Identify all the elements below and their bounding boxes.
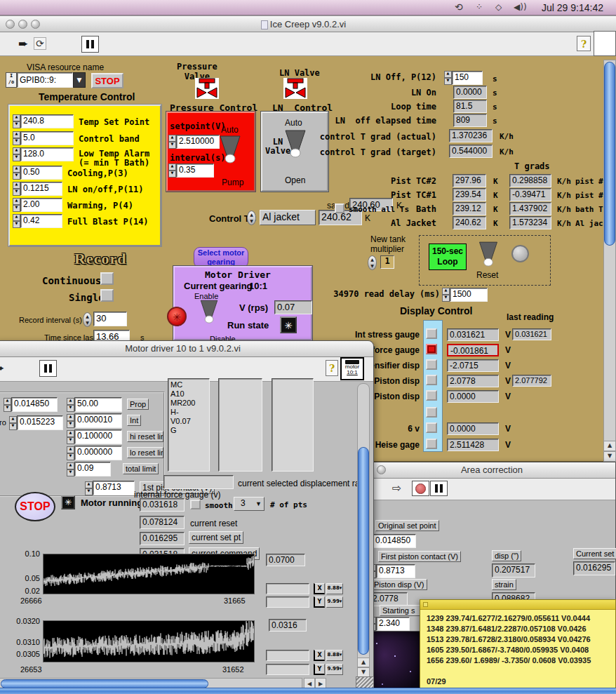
chart1-y-cursor-field[interactable] bbox=[266, 596, 309, 608]
chart2-xscale-button[interactable]: X bbox=[314, 650, 325, 661]
starting-input[interactable]: 2.340 bbox=[376, 617, 410, 631]
int-input[interactable]: 0.000010 bbox=[74, 413, 122, 428]
chart2-x-cursor-field[interactable] bbox=[266, 650, 309, 661]
setpoint-a-input[interactable]: 0.014850 bbox=[11, 397, 58, 412]
note-title-bar[interactable] bbox=[420, 600, 615, 610]
motor-scroll-up-icon[interactable]: ▲ bbox=[357, 658, 370, 667]
chart1-yfmt-button[interactable]: 9.99▾ bbox=[326, 596, 343, 608]
area-pause-button[interactable] bbox=[430, 481, 448, 496]
piston-disp2-toggle[interactable] bbox=[426, 390, 437, 401]
ice-zoom-button[interactable] bbox=[31, 20, 40, 29]
lo-reset-spinner[interactable]: ▲▼ bbox=[67, 446, 74, 460]
interval-input[interactable]: 0.35 bbox=[176, 164, 214, 178]
volume-icon[interactable]: ◀)) bbox=[514, 2, 527, 12]
full-blast-spinner[interactable]: ▲▼ bbox=[13, 214, 20, 228]
run-continuous-icon[interactable]: ⟳ bbox=[34, 37, 46, 50]
first-contact-input[interactable]: 0.8713 bbox=[376, 564, 415, 578]
menu-clock[interactable]: Jul 29 9:14:42 bbox=[542, 2, 603, 13]
tank-spinner[interactable]: ▲▼ bbox=[368, 255, 377, 270]
reset-knob[interactable] bbox=[476, 241, 500, 269]
ice-close-button[interactable] bbox=[6, 20, 15, 29]
control-tc-spinner[interactable]: ▲▼ bbox=[247, 211, 256, 225]
setpoint-b-input[interactable]: 0.015223 bbox=[17, 415, 63, 430]
chart1-x-cursor-field[interactable] bbox=[266, 583, 309, 594]
chart2-xfmt-button[interactable]: 8.88▾ bbox=[326, 650, 343, 661]
motor-enable-knob[interactable] bbox=[198, 299, 220, 326]
chart2-yfmt-button[interactable]: 9.99▾ bbox=[326, 664, 343, 675]
cooling-input[interactable]: 0.50 bbox=[20, 166, 62, 180]
single-button[interactable] bbox=[100, 289, 114, 302]
spare-toggle[interactable] bbox=[426, 407, 437, 418]
motor-stop-button[interactable]: STOP bbox=[15, 492, 55, 521]
ln-off-input[interactable]: 150 bbox=[452, 71, 483, 85]
visa-dropdown-icon[interactable]: ▼ bbox=[73, 72, 86, 88]
switch-icon[interactable]: ⁘ bbox=[476, 2, 483, 12]
control-tc-channel[interactable]: Al jacket bbox=[260, 210, 316, 225]
int-stress-toggle[interactable] bbox=[426, 328, 437, 339]
note-close-icon[interactable] bbox=[423, 602, 428, 607]
continuous-button[interactable] bbox=[100, 272, 114, 285]
setpoint-input[interactable]: 2.510000 bbox=[176, 135, 220, 149]
run-icon[interactable]: ➨ bbox=[18, 36, 28, 51]
record-interval-spinner[interactable]: ▲▼ bbox=[83, 312, 92, 327]
ice-minimize-button[interactable] bbox=[18, 20, 27, 29]
cooling-spinner[interactable]: ▲▼ bbox=[13, 166, 20, 180]
setpoint-spinner[interactable]: ▲▼ bbox=[168, 135, 176, 149]
loop-150s-button[interactable]: 150-sec Loop bbox=[429, 243, 467, 270]
warming-input[interactable]: 2.00 bbox=[20, 198, 62, 212]
motor-pause-button[interactable] bbox=[39, 360, 57, 377]
total-limit-input[interactable]: 0.09 bbox=[74, 462, 111, 476]
timemachine-icon[interactable]: ⟲ bbox=[455, 1, 463, 13]
read-delay-input[interactable]: 1500 bbox=[450, 288, 488, 302]
chart2-plot[interactable] bbox=[43, 620, 255, 662]
ln-onoff-spinner[interactable]: ▲▼ bbox=[13, 182, 20, 196]
read-delay-spinner[interactable]: ▲▼ bbox=[442, 288, 450, 302]
warming-spinner[interactable]: ▲▼ bbox=[13, 198, 20, 212]
area-close-button[interactable] bbox=[377, 465, 386, 474]
total-limit-spinner[interactable]: ▲▼ bbox=[67, 462, 74, 476]
setpoint-b-spinner[interactable]: ▲▼ bbox=[9, 416, 17, 430]
ice-title-bar[interactable]: Ice Creep v9.0.2.vi bbox=[0, 15, 616, 32]
stop-button[interactable]: STOP bbox=[91, 73, 123, 88]
low-temp-alarm-input[interactable]: 128.0 bbox=[20, 147, 74, 161]
chart2-y-cursor-field[interactable] bbox=[266, 664, 309, 675]
sixv-toggle[interactable] bbox=[426, 422, 437, 433]
pist-contact-input[interactable]: 0.8713 bbox=[93, 481, 135, 495]
intensifier-toggle[interactable] bbox=[426, 359, 437, 370]
command-listbox[interactable]: MC A10 MR200 H- V0.07 G bbox=[168, 378, 210, 472]
setpoint-a-spinner[interactable]: ▲▼ bbox=[4, 398, 11, 412]
ice-help-button[interactable]: ? bbox=[577, 36, 591, 51]
record-interval-input[interactable]: 30 bbox=[93, 312, 127, 326]
smooth-toggle[interactable] bbox=[190, 500, 201, 509]
int-force-toggle[interactable] bbox=[426, 344, 437, 354]
area-abort-button[interactable] bbox=[412, 481, 429, 496]
original-setpoint-input[interactable]: 0.014850 bbox=[373, 534, 416, 548]
motor-scroll-down-icon[interactable]: ▼ bbox=[357, 667, 370, 677]
area-run-icon[interactable]: ⇨ bbox=[392, 481, 401, 495]
motor-vscroll-thumb[interactable] bbox=[358, 447, 369, 655]
ln-onoff-input[interactable]: 0.1215 bbox=[20, 182, 62, 196]
tank-value[interactable]: 1 bbox=[380, 255, 394, 269]
motor-stop-led[interactable]: ✳ bbox=[167, 307, 187, 326]
chart1-xfmt-button[interactable]: 8.88▾ bbox=[326, 583, 343, 594]
motor-title-bar[interactable]: Motor driver 10 to 1 v9.0.2.vi bbox=[0, 341, 373, 357]
pist-contact-spinner[interactable]: ▲▼ bbox=[85, 481, 93, 495]
chart1-xscale-button[interactable]: X bbox=[314, 583, 325, 594]
ln-off-spinner[interactable]: ▲▼ bbox=[444, 71, 452, 85]
disp-rate-field[interactable] bbox=[163, 475, 234, 489]
hi-reset-input[interactable]: 0.100000 bbox=[74, 429, 122, 444]
prop-spinner[interactable]: ▲▼ bbox=[67, 398, 74, 412]
piston-disp1-toggle[interactable] bbox=[426, 375, 437, 385]
control-band-input[interactable]: 5.0 bbox=[20, 131, 74, 145]
low-temp-alarm-spinner[interactable]: ▲▼ bbox=[13, 147, 20, 161]
motor-run-icon[interactable]: ➨ bbox=[0, 361, 4, 375]
pressure-valve-icon[interactable] bbox=[195, 78, 219, 99]
area-title-bar[interactable]: Area correction bbox=[368, 462, 615, 479]
temp-setpoint-spinner[interactable]: ▲▼ bbox=[13, 114, 20, 128]
note-log-text[interactable]: 1239 239.74/1.6277/2.16279/0.055611 V0.0… bbox=[420, 610, 615, 694]
listbox-3[interactable] bbox=[272, 378, 314, 472]
motor-help-button[interactable]: ? bbox=[326, 360, 338, 376]
ice-vscroll-thumb[interactable] bbox=[604, 62, 615, 246]
chart1-plot[interactable] bbox=[43, 554, 255, 594]
prop-input[interactable]: 50.00 bbox=[74, 397, 122, 412]
